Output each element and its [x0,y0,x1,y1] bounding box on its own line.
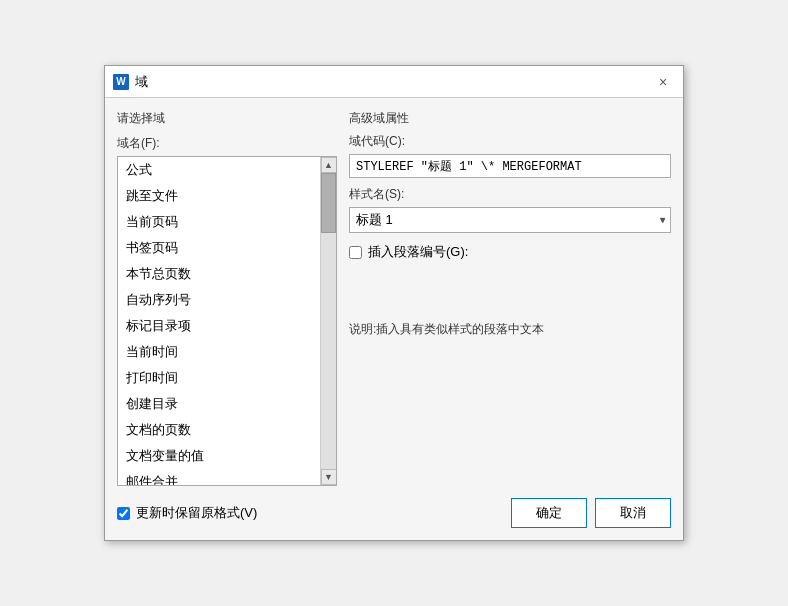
dialog-window: W 域 × 请选择域 域名(F): 公式跳至文件当前页码书签页码本节总页数自动序… [104,65,684,541]
list-item[interactable]: 打印时间 [118,365,320,391]
list-item[interactable]: 跳至文件 [118,183,320,209]
list-item[interactable]: 自动序列号 [118,287,320,313]
scroll-thumb[interactable] [321,173,336,233]
scroll-up-arrow[interactable]: ▲ [321,157,337,173]
domain-list[interactable]: 公式跳至文件当前页码书签页码本节总页数自动序列号标记目录项当前时间打印时间创建目… [118,157,320,485]
insert-para-row: 插入段落编号(G): [349,243,671,261]
right-panel: 高级域属性 域代码(C): 样式名(S): 标题 1 ▼ 插入段落编号(G): … [349,110,671,486]
scroll-thumb-area[interactable] [321,173,336,469]
list-item[interactable]: 书签页码 [118,235,320,261]
list-item[interactable]: 标记目录项 [118,313,320,339]
footer-area: 更新时保留原格式(V) 确定 取消 [105,498,683,540]
insert-para-checkbox[interactable] [349,246,362,259]
list-item[interactable]: 文档变量的值 [118,443,320,469]
cancel-button[interactable]: 取消 [595,498,671,528]
domain-code-input[interactable] [349,154,671,178]
keep-format-row: 更新时保留原格式(V) [117,504,257,522]
keep-format-label: 更新时保留原格式(V) [136,504,257,522]
field-name-label: 域名(F): [117,135,337,152]
dialog-title: 域 [135,73,148,91]
ok-button[interactable]: 确定 [511,498,587,528]
keep-format-checkbox[interactable] [117,507,130,520]
list-item[interactable]: 文档的页数 [118,417,320,443]
advanced-label: 高级域属性 [349,110,671,127]
domain-list-container: 公式跳至文件当前页码书签页码本节总页数自动序列号标记目录项当前时间打印时间创建目… [117,156,337,486]
title-bar: W 域 × [105,66,683,98]
list-item[interactable]: 当前页码 [118,209,320,235]
select-domain-label: 请选择域 [117,110,337,127]
left-panel: 请选择域 域名(F): 公式跳至文件当前页码书签页码本节总页数自动序列号标记目录… [117,110,337,486]
list-item[interactable]: 邮件合并 [118,469,320,485]
domain-code-label: 域代码(C): [349,133,671,150]
list-item[interactable]: 创建目录 [118,391,320,417]
list-item[interactable]: 当前时间 [118,339,320,365]
footer-buttons: 确定 取消 [511,498,671,528]
app-icon: W [113,74,129,90]
description-text: 说明:插入具有类似样式的段落中文本 [349,321,671,338]
dialog-body: 请选择域 域名(F): 公式跳至文件当前页码书签页码本节总页数自动序列号标记目录… [105,98,683,498]
style-name-label: 样式名(S): [349,186,671,203]
footer-row: 更新时保留原格式(V) 确定 取消 [117,498,671,528]
style-name-select[interactable]: 标题 1 [349,207,671,233]
scrollbar[interactable]: ▲ ▼ [320,157,336,485]
title-bar-left: W 域 [113,73,148,91]
list-item[interactable]: 本节总页数 [118,261,320,287]
close-button[interactable]: × [651,70,675,94]
insert-para-label: 插入段落编号(G): [368,243,468,261]
style-name-select-wrap: 标题 1 ▼ [349,207,671,233]
list-item[interactable]: 公式 [118,157,320,183]
scroll-down-arrow[interactable]: ▼ [321,469,337,485]
